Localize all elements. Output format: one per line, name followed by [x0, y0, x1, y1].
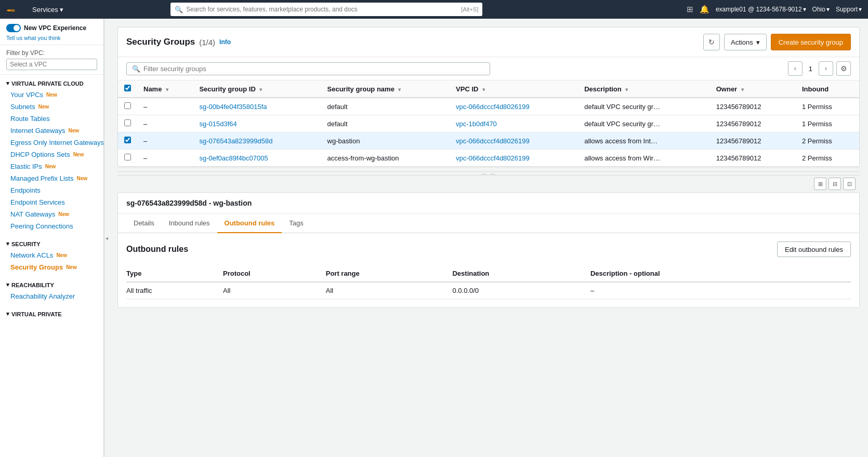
detail-panel: sg-076543a823999d58d - wg-bastion Detail… [117, 192, 860, 308]
row-owner: 123456789012 [710, 98, 796, 115]
filter-input[interactable] [143, 65, 484, 73]
sidebar-item-endpoints[interactable]: Endpoints [0, 184, 103, 196]
services-menu-button[interactable]: Services ▾ [29, 5, 67, 15]
split-vertical-icon[interactable]: ⊞ [814, 178, 826, 190]
sidebar-section-security: ▾ SECURITY Network ACLsNew Security Grou… [0, 235, 103, 276]
row-sg-id[interactable]: sg-076543a823999d58d [193, 132, 321, 150]
sidebar-section-virtual-private-2: ▾ VIRTUAL PRIVATE [0, 305, 103, 322]
actions-button[interactable]: Actions ▾ [724, 34, 767, 50]
row-checkbox[interactable] [124, 154, 131, 160]
row-sg-name: default [321, 115, 450, 132]
sidebar-item-security-groups[interactable]: Security Groups New [0, 261, 103, 273]
sidebar-item-managed-prefix[interactable]: Managed Prefix ListsNew [0, 172, 103, 184]
col-sg-id[interactable]: Security group ID ▾ [193, 80, 321, 98]
panel-actions: ↻ Actions ▾ Create security group [703, 34, 851, 50]
row-sg-id[interactable]: sg-015d3f64 [193, 115, 321, 132]
sidebar-item-internet-gateways[interactable]: Internet GatewaysNew [0, 125, 103, 137]
sidebar-item-egress-gateways[interactable]: Egress Only Internet GatewaysNew [0, 137, 103, 149]
filter-bar: 🔍 ‹ 1 › ⚙ [118, 57, 859, 80]
vpc-experience-link[interactable]: Tell us what you think [6, 35, 61, 41]
col-description[interactable]: Description ▾ [578, 80, 710, 98]
col-owner[interactable]: Owner ▾ [710, 80, 796, 98]
sidebar-section-header-vpc[interactable]: ▾ VIRTUAL PRIVATE CLOUD [0, 78, 103, 89]
row-vpc-id[interactable]: vpc-066dcccf4d8026199 [450, 132, 578, 150]
main-content: Security Groups (1/4) Info ↻ Actions ▾ C… [109, 19, 868, 457]
row-description: default VPC security gr… [578, 115, 710, 132]
row-vpc-id[interactable]: vpc-066dcccf4d8026199 [450, 98, 578, 115]
row-inbound: 2 Permiss [796, 150, 859, 167]
sidebar-item-nat-gateways[interactable]: NAT GatewaysNew [0, 208, 103, 220]
outbound-rules-table: Type Protocol Port range Destination Des… [126, 265, 851, 299]
bell-icon[interactable]: 🔔 [700, 5, 709, 14]
split-horizontal-icon[interactable]: ⊟ [828, 178, 841, 190]
table-settings-button[interactable]: ⚙ [836, 61, 851, 76]
sidebar-section-header-reachability[interactable]: ▾ REACHABILITY [0, 279, 103, 290]
vpc-experience-label: New VPC Experience [24, 24, 86, 32]
row-sg-id[interactable]: sg-0ef0ac89f4bc07005 [193, 150, 321, 167]
layout-icons: ⊞ ⊟ ⊡ [117, 176, 860, 192]
vpc-experience-toggle[interactable] [6, 24, 21, 32]
sidebar-item-reachability-analyzer[interactable]: Reachability Analyzer [0, 290, 103, 302]
sidebar-item-network-acls[interactable]: Network ACLsNew [0, 249, 103, 261]
pagination-controls: ‹ 1 › ⚙ [788, 61, 851, 76]
tab-details[interactable]: Details [126, 214, 162, 233]
sidebar-item-dhcp-options[interactable]: DHCP Options SetsNew [0, 149, 103, 160]
resize-handle[interactable]: — — [117, 171, 860, 176]
col-sg-name[interactable]: Security group name ▾ [321, 80, 450, 98]
row-vpc-id[interactable]: vpc-1b0df470 [450, 115, 578, 132]
pagination-next-button[interactable]: › [819, 61, 833, 76]
grid-icon[interactable]: ⊞ [687, 5, 693, 14]
sidebar-item-route-tables[interactable]: Route Tables [0, 113, 103, 125]
tab-inbound-rules[interactable]: Inbound rules [162, 214, 217, 233]
security-groups-table: Name ▾ Security group ID ▾ Security grou… [118, 80, 859, 167]
tab-tags[interactable]: Tags [282, 214, 310, 233]
row-inbound: 1 Permiss [796, 115, 859, 132]
row-sg-id[interactable]: sg-00b4fe04f358015fa [193, 98, 321, 115]
select-all-checkbox[interactable] [124, 85, 131, 91]
sidebar-section-vpc: ▾ VIRTUAL PRIVATE CLOUD Your VPCsNew Sub… [0, 75, 103, 235]
detail-tabs: Details Inbound rules Outbound rules Tag… [118, 214, 859, 233]
row-inbound: 2 Permiss [796, 132, 859, 150]
tab-outbound-rules[interactable]: Outbound rules [217, 214, 282, 233]
outbound-tbody: All traffic All All 0.0.0.0/0 – [126, 282, 851, 299]
create-security-group-button[interactable]: Create security group [771, 34, 851, 50]
sidebar-item-your-vpcs[interactable]: Your VPCsNew [0, 89, 103, 101]
account-menu[interactable]: example01 @ 1234-5678-9012 ▾ [716, 6, 806, 13]
row-checkbox[interactable] [124, 102, 131, 109]
col-name[interactable]: Name ▾ [137, 80, 193, 98]
table-header-row: Name ▾ Security group ID ▾ Security grou… [118, 80, 859, 98]
filter-input-wrap: 🔍 [126, 62, 490, 75]
rule-description: – [590, 282, 851, 299]
row-checkbox-cell [118, 115, 137, 132]
row-owner: 123456789012 [710, 132, 796, 150]
refresh-button[interactable]: ↻ [703, 34, 720, 50]
outbound-title: Outbound rules [126, 245, 188, 254]
row-vpc-id[interactable]: vpc-066dcccf4d8026199 [450, 150, 578, 167]
search-icon: 🔍 [175, 6, 183, 14]
sidebar-section-header-vp2[interactable]: ▾ VIRTUAL PRIVATE [0, 308, 103, 319]
full-view-icon[interactable]: ⊡ [843, 178, 856, 190]
aws-logo[interactable]: aws [6, 4, 23, 15]
panel-header: Security Groups (1/4) Info ↻ Actions ▾ C… [118, 28, 859, 57]
row-checkbox[interactable] [124, 137, 131, 143]
top-navigation: aws Services ▾ 🔍 [Alt+S] ⊞ 🔔 example01 @… [0, 0, 868, 19]
edit-outbound-rules-button[interactable]: Edit outbound rules [777, 241, 851, 257]
col-vpc-id[interactable]: VPC ID ▾ [450, 80, 578, 98]
rule-protocol: All [223, 282, 326, 299]
sidebar-item-peering[interactable]: Peering Connections [0, 220, 103, 232]
sidebar-item-endpoint-services[interactable]: Endpoint Services [0, 196, 103, 208]
sidebar-item-subnets[interactable]: SubnetsNew [0, 101, 103, 113]
support-menu[interactable]: Support ▾ [836, 6, 862, 13]
info-link[interactable]: Info [219, 38, 231, 46]
sidebar-section-header-security[interactable]: ▾ SECURITY [0, 238, 103, 249]
sidebar-item-elastic-ips[interactable]: Elastic IPsNew [0, 160, 103, 172]
vpc-filter-input[interactable] [6, 59, 97, 70]
detail-sg-name: wg-bastion [213, 199, 252, 207]
search-input[interactable] [186, 6, 458, 13]
sidebar-toggle[interactable]: ◂ [104, 19, 109, 457]
vpc-experience-banner: New VPC Experience Tell us what you thin… [0, 19, 103, 45]
region-menu[interactable]: Ohio ▾ [812, 6, 830, 13]
row-checkbox[interactable] [124, 119, 131, 126]
pagination-prev-button[interactable]: ‹ [788, 61, 803, 76]
row-checkbox-cell [118, 150, 137, 167]
